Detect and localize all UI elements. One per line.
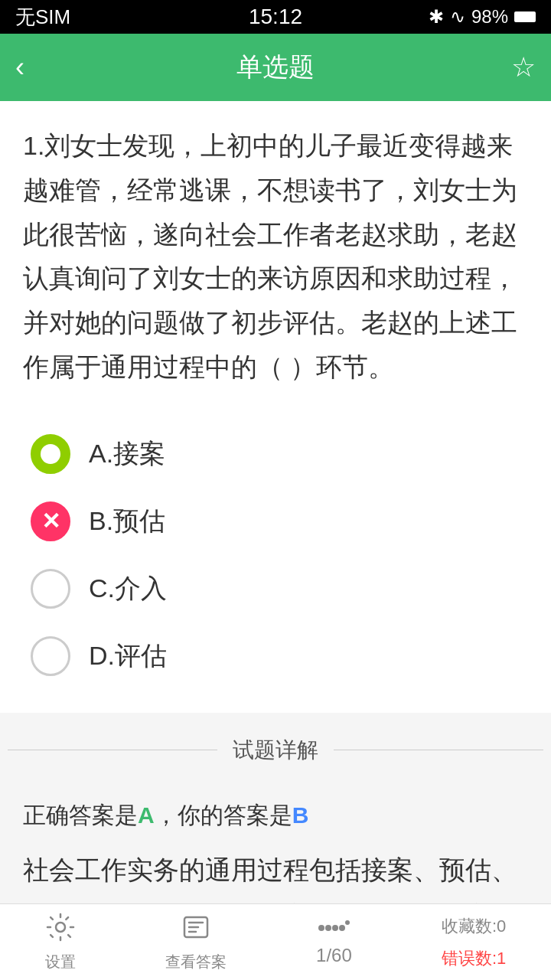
divider-label: 试题详解 bbox=[217, 728, 334, 773]
progress-indicator[interactable]: 1/60 bbox=[316, 918, 352, 966]
carrier: 无SIM bbox=[15, 4, 70, 31]
svg-point-2 bbox=[318, 925, 324, 931]
svg-point-6 bbox=[345, 920, 350, 925]
option-b-radio bbox=[31, 501, 70, 541]
answer-icon bbox=[181, 913, 210, 949]
divider-line-left bbox=[8, 750, 217, 750]
option-d-radio bbox=[31, 636, 70, 676]
back-button[interactable]: ‹ bbox=[15, 51, 24, 83]
svg-point-3 bbox=[325, 925, 331, 931]
divider-line-right bbox=[334, 750, 543, 750]
user-answer: B bbox=[292, 802, 309, 828]
option-c-radio bbox=[31, 569, 70, 609]
bluetooth-icon: ✱ bbox=[429, 6, 444, 28]
progress-dots-icon bbox=[317, 918, 350, 942]
favorite-button[interactable]: ☆ bbox=[511, 51, 536, 83]
option-a[interactable]: A.接案 bbox=[23, 420, 528, 488]
view-answer-label: 查看答案 bbox=[165, 952, 227, 972]
stats-section: 收藏数:0 错误数:1 bbox=[442, 912, 506, 972]
svg-point-4 bbox=[332, 925, 338, 931]
svg-point-0 bbox=[56, 923, 65, 932]
gear-icon bbox=[46, 913, 75, 949]
option-b-label: B.预估 bbox=[89, 504, 165, 539]
option-c[interactable]: C.介入 bbox=[23, 555, 528, 622]
view-answer-button[interactable]: 查看答案 bbox=[165, 913, 227, 972]
bottom-bar: 设置 查看答案 1/60 收藏数:0 错误数:1 bbox=[0, 903, 551, 980]
time: 15:12 bbox=[249, 5, 302, 29]
option-d-label: D.评估 bbox=[89, 639, 167, 674]
errors-stat: 错误数:1 bbox=[442, 944, 506, 972]
option-d[interactable]: D.评估 bbox=[23, 622, 528, 690]
page-title: 单选题 bbox=[236, 50, 315, 85]
option-b[interactable]: B.预估 bbox=[23, 488, 528, 555]
correct-answer: A bbox=[138, 802, 155, 828]
settings-button[interactable]: 设置 bbox=[45, 913, 76, 972]
battery-icon bbox=[514, 11, 536, 22]
header: ‹ 单选题 ☆ bbox=[0, 34, 551, 101]
wifi-icon: ∿ bbox=[450, 6, 465, 28]
status-icons: ✱ ∿ 98% bbox=[429, 6, 536, 28]
svg-point-5 bbox=[339, 925, 345, 931]
question-content: 1.刘女士发现，上初中的儿子最近变得越来越难管，经常逃课，不想读书了，刘女士为此… bbox=[0, 101, 551, 713]
answer-prefix: 正确答案是 bbox=[23, 802, 138, 828]
favorites-stat: 收藏数:0 bbox=[442, 912, 506, 940]
options-list: A.接案 B.预估 C.介入 D.评估 bbox=[23, 413, 528, 697]
option-c-label: C.介入 bbox=[89, 571, 167, 606]
question-text: 1.刘女士发现，上初中的儿子最近变得越来越难管，经常逃课，不想读书了，刘女士为此… bbox=[23, 124, 528, 390]
explanation-divider: 试题详解 bbox=[0, 728, 551, 773]
settings-label: 设置 bbox=[45, 952, 76, 972]
status-bar: 无SIM 15:12 ✱ ∿ 98% bbox=[0, 0, 551, 34]
option-a-label: A.接案 bbox=[89, 436, 165, 472]
answer-separator: ，你的答案是 bbox=[155, 802, 292, 828]
option-a-radio bbox=[31, 434, 70, 474]
progress-label: 1/60 bbox=[316, 945, 352, 966]
answer-summary: 正确答案是A，你的答案是B bbox=[23, 800, 528, 831]
battery: 98% bbox=[471, 6, 508, 28]
